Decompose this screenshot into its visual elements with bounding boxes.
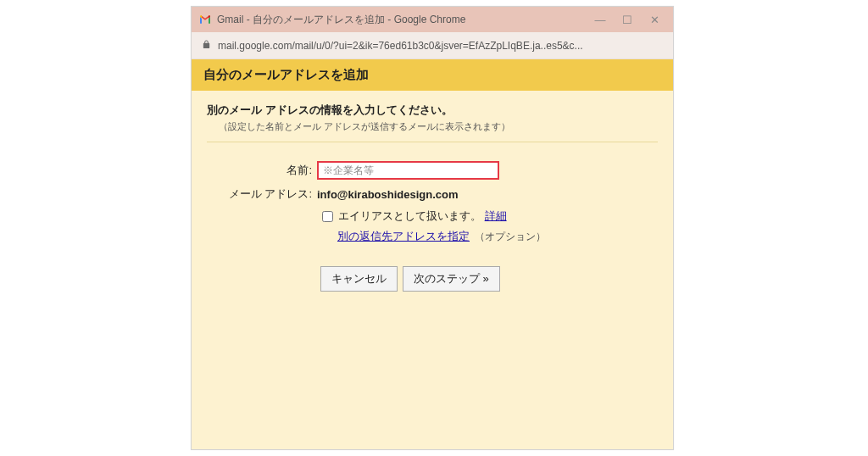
reply-row: 別の返信先アドレスを指定 （オプション） xyxy=(337,229,658,244)
instruction-section: 別のメール アドレスの情報を入力してください。 （設定した名前とメール アドレス… xyxy=(192,91,673,149)
section-subtitle: （設定した名前とメール アドレスが送信するメールに表示されます） xyxy=(207,120,658,142)
form-area: 名前: メール アドレス: info@kiraboshidesign.com エ… xyxy=(192,149,673,303)
name-input[interactable] xyxy=(317,161,499,180)
email-label: メール アドレス: xyxy=(207,186,317,202)
page-content: 自分のメールアドレスを追加 別のメール アドレスの情報を入力してください。 （設… xyxy=(192,59,673,449)
section-title: 別のメール アドレスの情報を入力してください。 xyxy=(207,103,658,118)
window-controls: — ☐ ✕ xyxy=(593,14,666,26)
chrome-window: Gmail - 自分のメールアドレスを追加 - Google Chrome — … xyxy=(191,6,674,450)
alias-checkbox[interactable] xyxy=(322,211,333,222)
window-titlebar: Gmail - 自分のメールアドレスを追加 - Google Chrome — … xyxy=(192,7,673,32)
alias-row: エイリアスとして扱います。 詳細 xyxy=(322,209,658,224)
url-text: mail.google.com/mail/u/0/?ui=2&ik=76ed61… xyxy=(218,40,663,52)
address-bar[interactable]: mail.google.com/mail/u/0/?ui=2&ik=76ed61… xyxy=(192,32,673,59)
lock-icon xyxy=(202,40,211,52)
name-label: 名前: xyxy=(207,163,317,178)
alias-detail-link[interactable]: 詳細 xyxy=(485,209,507,224)
next-step-button[interactable]: 次のステップ » xyxy=(403,266,500,292)
button-row: キャンセル 次のステップ » xyxy=(320,266,658,292)
close-button[interactable]: ✕ xyxy=(648,14,661,26)
email-value: info@kiraboshidesign.com xyxy=(317,188,459,201)
alias-label: エイリアスとして扱います。 xyxy=(338,209,481,224)
cancel-button[interactable]: キャンセル xyxy=(320,266,398,292)
window-title: Gmail - 自分のメールアドレスを追加 - Google Chrome xyxy=(217,13,593,27)
maximize-button[interactable]: ☐ xyxy=(620,14,634,26)
email-row: メール アドレス: info@kiraboshidesign.com xyxy=(207,186,658,202)
reply-option-text: （オプション） xyxy=(475,231,546,242)
reply-address-link[interactable]: 別の返信先アドレスを指定 xyxy=(337,230,470,242)
page-title: 自分のメールアドレスを追加 xyxy=(192,59,673,91)
gmail-icon xyxy=(198,13,212,26)
minimize-button[interactable]: — xyxy=(593,14,607,26)
name-row: 名前: xyxy=(207,161,658,180)
